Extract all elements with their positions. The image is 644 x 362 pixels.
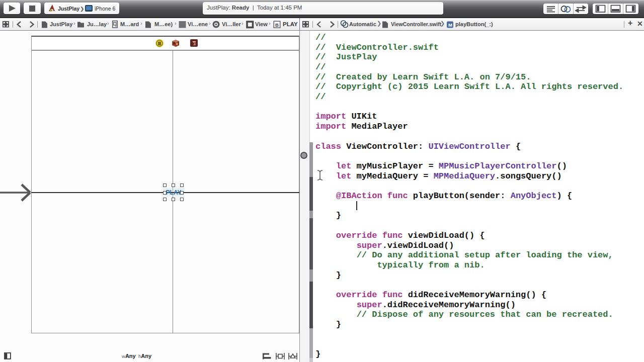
svg-text:iPhone 6: iPhone 6: [95, 6, 116, 12]
svg-text:❯: ❯: [80, 6, 84, 12]
svg-text:B: B: [275, 22, 279, 28]
svg-text:M: M: [448, 22, 452, 28]
svg-text:JustPlay: JustPlay: [58, 6, 79, 12]
